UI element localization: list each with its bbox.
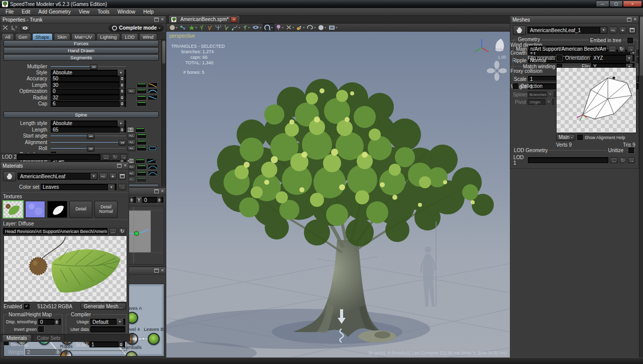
radial-parent-curve-chip[interactable] [137,95,147,100]
tab-all[interactable]: All [2,33,14,40]
style-dropdown[interactable]: Absolute▾ [51,70,126,76]
tab-gen[interactable]: Gen [15,33,31,40]
tool-branch-icon[interactable] [206,24,213,31]
tool-tree-icon[interactable] [214,24,223,31]
radial-input[interactable]: 32 [51,94,126,100]
length-input[interactable]: 30 [51,82,126,88]
radial-profile-curve-chip[interactable] [148,95,158,100]
tool-leaf-icon[interactable]: ▾ [187,24,198,31]
disturbance-profile-curve-chip[interactable] [146,158,156,164]
export-obj-button[interactable]: → [627,46,634,52]
tab-skin[interactable]: Skin [54,33,70,40]
diffuse-browse-button[interactable]: ... [109,228,117,234]
tool-eye-icon[interactable]: ▾ [251,24,262,31]
length-style-dropdown[interactable]: Absolute▾ [51,120,126,127]
maximize-button[interactable]: ▢ [609,1,623,7]
tool-spline-icon[interactable]: ▾ [231,24,241,31]
tab-lighting[interactable]: Lighting [96,33,120,40]
mode-caret-icon[interactable]: ▾ [159,26,160,30]
properties-panel-titlebar[interactable]: Properties - Trunk × [1,16,166,24]
lod2-reload-button[interactable]: ↻ [112,154,119,160]
alignment-curve-chip[interactable] [137,140,147,145]
tab-lod[interactable]: LOD [121,33,138,40]
detail-normal-texture-button[interactable]: Detail Normal [94,201,118,218]
tool-sphere-icon[interactable]: ▾ [317,24,327,31]
camera-mode-label[interactable]: perspective [169,33,195,39]
break-chance-curve-chip[interactable] [137,177,147,182]
multiplier-slider[interactable]: ◂ ▸ [51,64,126,69]
tool-gravity-icon[interactable]: ▾ [295,24,305,31]
optimization-parent-curve-chip[interactable] [137,88,147,94]
lod2-export-button[interactable]: → [120,154,127,160]
orientation-dropdown[interactable]: XYZ▾ [591,55,634,61]
lod2-path[interactable] [17,154,100,160]
menu-window[interactable]: Window [114,9,139,15]
menu-help[interactable]: Help [140,9,157,15]
close-panel-icon[interactable]: × [633,18,636,22]
embed-in-tree-checkbox[interactable] [627,38,633,43]
tab-wind[interactable]: Wind [139,33,157,40]
generate-mesh-button[interactable]: Generate Mesh... [80,303,126,310]
tool-rotate-icon[interactable]: ▾ [306,24,316,31]
disp-smoothing-input[interactable]: 0 [38,319,61,325]
material-add-button[interactable]: + [109,173,117,180]
collection-checkbox[interactable] [513,83,518,89]
eye-toggle-button[interactable] [21,25,30,31]
menu-file[interactable]: File [2,9,17,15]
tool-render-mode-icon[interactable]: ▾ [168,24,178,31]
menu-edit[interactable]: Edit [18,9,34,15]
color-set-dropdown[interactable]: Leaves▾ [41,184,117,190]
lod1-reload-button[interactable]: ↻ [619,157,626,163]
alignment-variance-button[interactable]: +/- [127,140,136,145]
roll-variance-button[interactable]: +/- [127,146,136,151]
bib-weight-input[interactable]: 2 [25,349,62,355]
jink-frequency-parent-curve-chip[interactable] [137,164,147,170]
materials-panel-titlebar[interactable]: Materials × [1,162,129,170]
diffuse-texture-preview[interactable] [4,235,127,302]
drag-material-button[interactable] [3,171,16,181]
section-spine[interactable]: Spine [4,111,159,118]
diffuse-texture-thumb[interactable] [3,201,23,218]
disturbance-parent-curve-chip[interactable] [135,158,145,164]
material-copy-button[interactable] [118,173,126,180]
float-panel-icon[interactable] [627,18,631,22]
start-angle-slider[interactable]: ◂ ▸ [51,133,126,139]
roll-parent-curve-chip[interactable] [137,146,147,151]
close-button[interactable]: × [623,1,642,7]
show-alignment-help-checkbox[interactable] [577,135,583,140]
usage-dropdown[interactable]: Default▾ [90,319,125,325]
spine-length-variance-badge[interactable]: 5.0 [127,127,134,133]
detail-texture-button[interactable]: Detail [69,201,92,218]
invert-green-checkbox[interactable] [38,326,44,332]
main-obj-path[interactable]: n/Art Support/American Beech/AmericanBee… [528,46,607,52]
float-panel-icon[interactable] [154,269,159,273]
spine-length-input[interactable]: 65 [51,127,126,133]
meshes-panel-titlebar[interactable]: Meshes × [510,16,638,24]
tab-shape[interactable]: Shape [32,33,53,40]
lod1-path[interactable] [528,157,608,163]
tool-hand-drawing-icon[interactable]: ▾ [263,24,274,32]
pivot-dropdown[interactable]: Origin▾ [527,99,554,105]
float-panel-icon[interactable] [117,164,122,168]
flip-normals-checkbox[interactable] [557,55,562,61]
unitize-checkbox[interactable] [628,148,634,153]
node-leaves-b-label[interactable]: Leaves B [144,326,164,332]
lod2-browse-button[interactable]: ... [102,154,110,160]
alignment-slider[interactable]: ◂ ▸ [51,140,126,145]
tool-grass-icon[interactable] [198,24,205,31]
length-profile-curve-chip[interactable] [148,82,158,88]
tab-color-sets[interactable]: Color Sets [33,334,65,341]
close-panel-icon[interactable]: × [161,189,164,193]
float-panel-icon[interactable] [154,189,159,193]
drag-mesh-button[interactable] [513,25,526,35]
mesh-add-button[interactable]: + [619,27,626,34]
minimize-button[interactable]: — [596,1,609,7]
float-panel-icon[interactable] [154,18,159,22]
optimization-input[interactable]: 0 [51,88,126,94]
menu-view[interactable]: View [75,9,93,15]
unwrap-scale-input[interactable]: 1 [89,341,125,347]
tab-materials[interactable]: Materials [2,334,32,341]
preview-lod-dropdown[interactable]: Main▾ [556,134,575,141]
material-rename-button[interactable]: +/- [99,173,108,180]
spine-length-curve-chip[interactable] [135,127,145,133]
